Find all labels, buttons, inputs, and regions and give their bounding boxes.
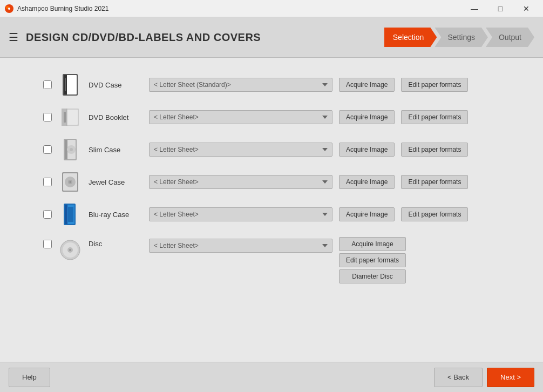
breadcrumb: Selection Settings Output <box>384 28 534 47</box>
footer-right: < Back Next > <box>434 368 534 387</box>
slim-case-label: Slim Case <box>89 146 142 154</box>
dvd-case-icon <box>58 73 82 97</box>
bluray-case-acquire-button[interactable]: Acquire Image <box>339 207 395 221</box>
jewel-case-acquire-button[interactable]: Acquire Image <box>339 175 395 189</box>
jewel-case-icon <box>58 170 82 194</box>
dvd-booklet-select[interactable]: < Letter Sheet> <box>149 110 332 124</box>
svg-rect-25 <box>68 207 73 222</box>
slim-case-checkbox[interactable] <box>43 145 52 154</box>
svg-point-29 <box>69 249 71 251</box>
help-button[interactable]: Help <box>9 368 50 387</box>
slim-case-row: Slim Case < Letter Sheet> Acquire Image … <box>43 133 500 166</box>
jewel-case-label: Jewel Case <box>89 178 142 186</box>
slim-case-icon <box>58 138 82 161</box>
disc-checkbox[interactable] <box>43 240 52 248</box>
app-title: Ashampoo Burning Studio 2021 <box>17 5 462 12</box>
dvd-booklet-checkbox[interactable] <box>43 113 52 121</box>
svg-rect-24 <box>65 205 67 224</box>
svg-rect-6 <box>65 78 66 91</box>
back-button[interactable]: < Back <box>434 368 483 387</box>
app-icon <box>4 4 14 13</box>
dvd-case-checkbox[interactable] <box>43 80 52 89</box>
footer-left: Help <box>9 368 50 387</box>
dvd-case-select[interactable]: < Letter Sheet (Standard)>< Letter Sheet… <box>149 78 332 92</box>
dvd-booklet-label: DVD Booklet <box>89 113 142 121</box>
main-content: DVD Case < Letter Sheet (Standard)>< Let… <box>0 58 543 362</box>
slim-case-acquire-button[interactable]: Acquire Image <box>339 143 395 157</box>
dvd-booklet-icon <box>58 105 82 129</box>
dvd-case-row: DVD Case < Letter Sheet (Standard)>< Let… <box>43 69 500 101</box>
disc-select[interactable]: < Letter Sheet> <box>149 239 332 253</box>
disc-row: Disc < Letter Sheet> Acquire Image Edit … <box>43 231 500 288</box>
header: ☰ DESIGN CD/DVD/BD-LABELS AND COVERS Sel… <box>0 17 543 58</box>
breadcrumb-selection[interactable]: Selection <box>384 28 437 47</box>
dvd-booklet-edit-button[interactable]: Edit paper formats <box>401 110 468 124</box>
disc-icon <box>58 238 82 262</box>
bluray-case-row: Blu-ray Case < Letter Sheet> Acquire Ima… <box>43 198 500 231</box>
jewel-case-select[interactable]: < Letter Sheet> <box>149 175 332 189</box>
jewel-case-checkbox[interactable] <box>43 178 52 186</box>
maximize-button[interactable]: □ <box>488 0 513 17</box>
disc-edit-button[interactable]: Edit paper formats <box>339 253 406 267</box>
svg-point-2 <box>8 8 10 10</box>
dvd-booklet-row: DVD Booklet < Letter Sheet> Acquire Imag… <box>43 101 500 133</box>
bluray-case-icon <box>58 202 82 226</box>
jewel-case-row: Jewel Case < Letter Sheet> Acquire Image… <box>43 166 500 198</box>
disc-label: Disc <box>89 240 142 248</box>
svg-point-21 <box>70 181 71 183</box>
dvd-booklet-acquire-button[interactable]: Acquire Image <box>339 110 395 124</box>
bluray-case-label: Blu-ray Case <box>89 211 142 219</box>
dvd-case-edit-button[interactable]: Edit paper formats <box>401 78 468 92</box>
titlebar: Ashampoo Burning Studio 2021 — □ ✕ <box>0 0 543 17</box>
slim-case-select[interactable]: < Letter Sheet> <box>149 143 332 157</box>
window-controls: — □ ✕ <box>462 0 539 17</box>
bluray-case-checkbox[interactable] <box>43 210 52 219</box>
footer: Help < Back Next > <box>0 362 543 392</box>
disc-acquire-button[interactable]: Acquire Image <box>339 237 406 251</box>
bluray-case-select[interactable]: < Letter Sheet> <box>149 207 332 221</box>
minimize-button[interactable]: — <box>462 0 487 17</box>
disc-buttons-group: Acquire Image Edit paper formats Diamete… <box>339 237 406 283</box>
svg-point-16 <box>70 148 73 151</box>
disc-diameter-button[interactable]: Diameter Disc <box>339 269 406 283</box>
breadcrumb-settings[interactable]: Settings <box>435 28 488 47</box>
page-title: DESIGN CD/DVD/BD-LABELS AND COVERS <box>26 31 384 44</box>
close-button[interactable]: ✕ <box>514 0 539 17</box>
bluray-case-edit-button[interactable]: Edit paper formats <box>401 207 468 221</box>
svg-rect-11 <box>64 112 66 123</box>
next-button[interactable]: Next > <box>487 368 534 387</box>
dvd-case-label: DVD Case <box>89 81 142 89</box>
slim-case-edit-button[interactable]: Edit paper formats <box>401 143 468 157</box>
dvd-case-acquire-button[interactable]: Acquire Image <box>339 78 395 92</box>
jewel-case-edit-button[interactable]: Edit paper formats <box>401 175 468 189</box>
menu-icon[interactable]: ☰ <box>9 31 18 44</box>
breadcrumb-output[interactable]: Output <box>486 28 534 47</box>
